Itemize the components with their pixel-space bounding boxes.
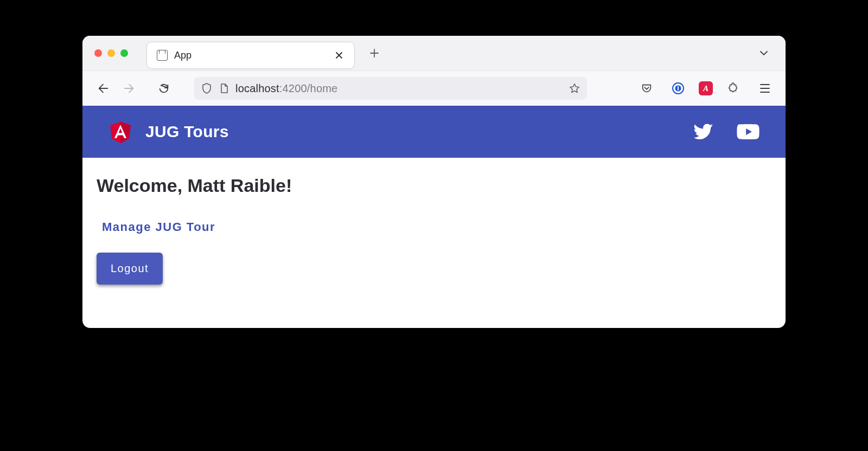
- url-host: localhost: [235, 82, 279, 94]
- url-bar[interactable]: localhost:4200/home: [194, 77, 587, 100]
- bookmark-button[interactable]: [569, 82, 580, 94]
- window-close-button[interactable]: [94, 49, 102, 57]
- arrow-left-icon: [97, 82, 109, 94]
- window-minimize-button[interactable]: [107, 49, 115, 57]
- pocket-icon: [641, 82, 653, 94]
- shield-icon: [201, 83, 213, 94]
- close-icon: [335, 51, 343, 60]
- svg-rect-2: [678, 86, 679, 91]
- logout-button[interactable]: Logout: [97, 253, 163, 285]
- nav-reload-button[interactable]: [153, 78, 175, 99]
- hamburger-icon: [760, 83, 770, 93]
- nav-forward-button[interactable]: [118, 78, 140, 99]
- url-text: localhost:4200/home: [235, 82, 337, 95]
- app-menu-button[interactable]: [754, 78, 776, 99]
- browser-toolbar: localhost:4200/home: [82, 70, 786, 106]
- browser-tab-active[interactable]: App: [146, 42, 355, 69]
- nav-back-button[interactable]: [92, 78, 114, 99]
- twitter-link[interactable]: [693, 121, 714, 142]
- twitter-icon: [693, 121, 714, 142]
- url-path: :4200/home: [279, 82, 338, 94]
- arrow-right-icon: [123, 82, 135, 94]
- welcome-heading: Welcome, Matt Raible!: [97, 175, 771, 196]
- tab-close-button[interactable]: [331, 49, 347, 62]
- browser-tabstrip: App: [82, 36, 786, 70]
- svg-marker-4: [120, 122, 131, 144]
- page-icon: [218, 83, 230, 94]
- plus-icon: [369, 48, 379, 58]
- onepassword-icon: [672, 82, 685, 95]
- youtube-icon: [737, 124, 760, 140]
- app-header: JUG Tours: [82, 106, 786, 158]
- window-zoom-button[interactable]: [120, 49, 128, 57]
- onepassword-button[interactable]: [667, 78, 689, 99]
- tab-favicon-icon: [157, 50, 168, 61]
- manage-jug-tour-link[interactable]: Manage JUG Tour: [102, 220, 215, 234]
- angular-devtools-button[interactable]: A: [699, 81, 713, 95]
- chevron-down-icon: [758, 48, 769, 59]
- star-icon: [569, 82, 580, 94]
- extensions-button[interactable]: [723, 78, 744, 99]
- toolbar-right-icons: A: [636, 78, 776, 99]
- app-title: JUG Tours: [145, 123, 229, 141]
- new-tab-button[interactable]: [363, 42, 385, 64]
- browser-window: App: [82, 36, 786, 328]
- window-controls: [94, 49, 128, 57]
- angular-devtools-icon: A: [703, 84, 709, 93]
- angular-logo-icon: [108, 119, 132, 145]
- tab-title: App: [174, 50, 192, 61]
- page-content: Welcome, Matt Raible! Manage JUG Tour Lo…: [82, 158, 786, 328]
- puzzle-icon: [727, 82, 739, 94]
- header-social-links: [693, 121, 760, 142]
- pocket-button[interactable]: [636, 78, 658, 99]
- youtube-link[interactable]: [737, 124, 760, 140]
- reload-icon: [158, 82, 170, 94]
- tabs-overflow-button[interactable]: [754, 43, 774, 63]
